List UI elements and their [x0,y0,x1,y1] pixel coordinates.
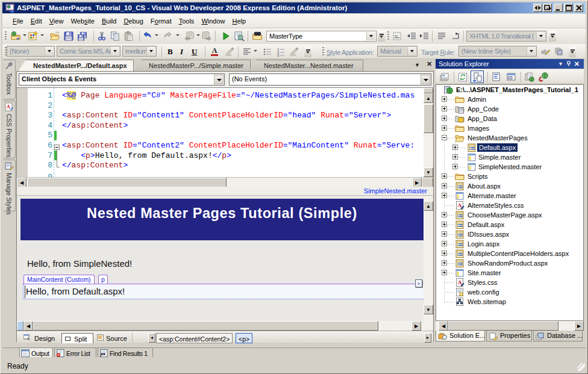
svg-text:A: A [7,104,10,110]
